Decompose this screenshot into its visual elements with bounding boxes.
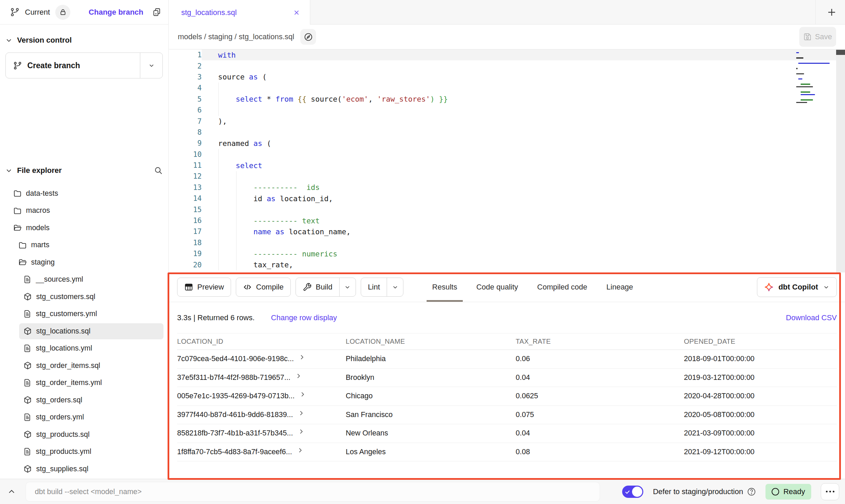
file-item-staging[interactable]: staging (0, 254, 168, 271)
code-editor[interactable]: 1with23source as (45 select * from {{ so… (169, 49, 845, 272)
results-toolbar: Preview Compile (169, 272, 845, 302)
chevron-down-icon (344, 284, 351, 291)
more-options-button[interactable] (821, 483, 839, 500)
file-item-stg-order-items-yml[interactable]: stg_order_items.yml (0, 374, 168, 392)
plus-icon (827, 7, 837, 17)
file-item--sources-yml[interactable]: __sources.yml (0, 271, 168, 288)
breadcrumb: models / staging / stg_locations.sql (178, 32, 294, 41)
column-header-location_id: LOCATION_ID (177, 338, 346, 345)
file-item-models[interactable]: models (0, 219, 168, 237)
file-item-marts[interactable]: marts (0, 237, 168, 254)
cell-location-name: New Orleans (346, 429, 516, 438)
table-body: 7c079cea-5ed4-4101-906e-9198c...Philadel… (177, 350, 837, 461)
ready-label: Ready (783, 487, 805, 496)
scrollbar-thumb[interactable] (836, 50, 845, 55)
expand-row-icon[interactable] (299, 392, 306, 398)
expand-row-icon[interactable] (298, 429, 304, 435)
line-number: 3 (169, 73, 202, 81)
file-item-stg-locations-sql[interactable]: stg_locations.sql (0, 323, 168, 340)
save-button[interactable]: Save (799, 27, 836, 47)
table-row: 3977f440-b87d-461b-9dd6-81839...San Fran… (177, 406, 837, 425)
file-item-label: stg_products.sql (36, 430, 90, 439)
copy-icon[interactable] (152, 8, 161, 17)
defer-toggle[interactable] (622, 486, 643, 498)
line-number: 20 (169, 261, 202, 269)
create-branch-button[interactable]: Create branch (5, 53, 163, 78)
chevron-down-icon[interactable] (5, 37, 12, 44)
indent-guide (236, 171, 237, 270)
lint-button[interactable]: Lint (361, 278, 403, 297)
file-item-label: stg_supplies.sql (36, 465, 88, 473)
file-item-stg-order-items-sql[interactable]: stg_order_items.sql (0, 357, 168, 374)
code-line: 12 (169, 171, 845, 182)
chevron-down-icon[interactable] (5, 167, 12, 174)
close-icon[interactable] (293, 9, 300, 16)
preview-button[interactable]: Preview (177, 278, 231, 297)
cell-tax-rate: 0.04 (516, 373, 684, 382)
cell-opened-date: 2020-04-28T00:00:00 (684, 392, 837, 400)
download-csv-link[interactable]: Download CSV (786, 313, 837, 322)
toggle-knob (632, 487, 642, 497)
new-tab-button[interactable] (818, 0, 845, 25)
expand-row-icon[interactable] (299, 355, 305, 360)
tab-results[interactable]: Results (432, 272, 457, 302)
minimap[interactable] (796, 52, 834, 105)
search-icon[interactable] (154, 166, 163, 175)
cell-location-id: 1f8ffa70-7cb5-4d83-8a7f-9aceef6... (177, 448, 346, 456)
collapse-panel-button[interactable] (8, 479, 16, 504)
cell-tax-rate: 0.0625 (516, 392, 684, 400)
status-bar-right: Defer to staging/production Ready (622, 479, 839, 504)
line-number: 15 (169, 206, 202, 214)
build-button[interactable]: Build (296, 278, 356, 297)
folder-icon (13, 206, 22, 215)
command-input[interactable]: dbt build --select <model_name> (26, 482, 600, 502)
file-item-stg-products-sql[interactable]: stg_products.sql (0, 426, 168, 443)
file-item-label: stg_orders.sql (36, 396, 82, 404)
file-item-stg-orders-sql[interactable]: stg_orders.sql (0, 391, 168, 409)
status-badge[interactable]: Ready (765, 484, 811, 500)
build-dropdown[interactable] (339, 278, 356, 296)
file-item-stg-customers-sql[interactable]: stg_customers.sql (0, 288, 168, 306)
file-item-stg-products-yml[interactable]: stg_products.yml (0, 443, 168, 461)
tab-compiled-code[interactable]: Compiled code (537, 272, 587, 302)
tab-label: stg_locations.sql (181, 8, 293, 17)
expand-row-icon[interactable] (298, 411, 304, 416)
cell-opened-date: 2021-03-09T00:00:00 (684, 429, 837, 438)
file-item-stg-supplies-sql[interactable]: stg_supplies.sql (0, 460, 168, 478)
tab-stg-locations-sql[interactable]: stg_locations.sql (169, 0, 310, 25)
file-item-stg-customers-yml[interactable]: stg_customers.yml (0, 306, 168, 323)
tab-code-quality[interactable]: Code quality (476, 272, 518, 302)
folder-open-icon (18, 258, 27, 267)
line-number: 12 (169, 172, 202, 180)
defer-label: Defer to staging/production (653, 487, 743, 496)
indent-guide (218, 149, 219, 270)
compile-button[interactable]: Compile (236, 278, 291, 297)
file-item-label: staging (31, 258, 55, 267)
line-number: 9 (169, 139, 202, 147)
file-item-stg-locations-yml[interactable]: stg_locations.yml (0, 340, 168, 357)
tab-lineage[interactable]: Lineage (606, 272, 633, 302)
editor-scrollbar[interactable] (836, 49, 845, 272)
file-item-label: stg_customers.yml (36, 310, 97, 318)
cell-tax-rate: 0.08 (516, 448, 684, 456)
change-row-display-link[interactable]: Change row display (271, 313, 337, 322)
file-item-data-tests[interactable]: data-tests (0, 185, 168, 202)
code-line: 2 (169, 60, 845, 71)
status-circle-icon (772, 488, 779, 495)
doc-icon (23, 310, 32, 318)
folder-open-icon (13, 223, 22, 232)
file-item-macros[interactable]: macros (0, 202, 168, 220)
table-row: 7c079cea-5ed4-4101-906e-9198c...Philadel… (177, 350, 837, 369)
file-item-stg-orders-yml[interactable]: stg_orders.yml (0, 409, 168, 426)
expand-row-icon[interactable] (295, 373, 302, 379)
change-branch-link[interactable]: Change branch (89, 8, 143, 17)
create-branch-dropdown[interactable] (140, 53, 162, 78)
help-icon[interactable] (747, 487, 756, 496)
cell-tax-rate: 0.04 (516, 429, 684, 438)
line-number: 8 (169, 128, 202, 136)
lineage-button[interactable] (300, 29, 316, 45)
dbt-copilot-button[interactable]: dbt Copilot (757, 277, 837, 297)
expand-row-icon[interactable] (297, 448, 303, 454)
file-item-label: models (26, 224, 49, 232)
lint-dropdown[interactable] (387, 278, 403, 296)
